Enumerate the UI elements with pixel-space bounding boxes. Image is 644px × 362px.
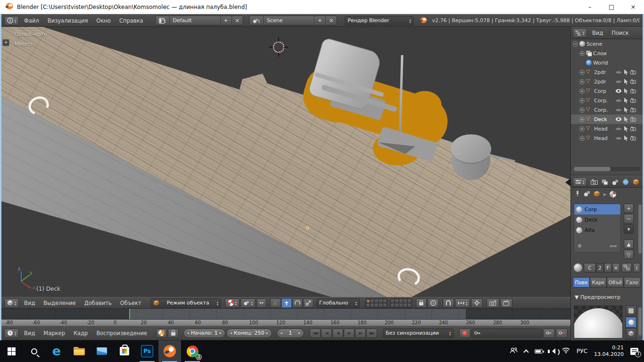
move-slot-up-button[interactable]: ▲ [624, 239, 634, 249]
renderability-camera-icon[interactable] [630, 89, 636, 93]
editor-type-button-outliner[interactable]: ▴▾ [573, 28, 587, 38]
taskbar-search-icon[interactable] [23, 340, 45, 362]
material-slot-deck[interactable]: Deck [574, 214, 620, 225]
tray-expand-chevron[interactable] [523, 349, 528, 354]
material-type-объё[interactable]: Объё [607, 277, 624, 288]
language-indicator[interactable]: РУС [577, 348, 587, 354]
object-origin-dot[interactable] [306, 226, 309, 230]
pivot-center-toggle[interactable]: ↔ [256, 298, 266, 308]
expand-icon[interactable]: + [579, 107, 585, 113]
taskbar-mail-icon[interactable] [91, 340, 113, 362]
menu-выделение[interactable]: Выделение [39, 297, 80, 308]
tab-object[interactable] [631, 177, 641, 187]
preview-panel-header[interactable]: ▼ Предпросмотр [575, 294, 620, 300]
scene-icon[interactable]: ▴▾ [249, 16, 263, 25]
tab-world[interactable] [621, 177, 631, 187]
layer-cell[interactable] [403, 303, 407, 307]
properties-region-expand-arrow[interactable] [561, 179, 570, 186]
layer-cell[interactable] [407, 303, 412, 307]
snap-target-button[interactable] [471, 298, 483, 308]
layers-widget-1[interactable] [365, 298, 388, 308]
rotate-manipulator-button[interactable] [292, 298, 303, 308]
slot-grip[interactable]: ══ [610, 243, 617, 249]
layer-cell[interactable] [370, 299, 374, 303]
battery-icon[interactable] [535, 349, 543, 354]
layer-cell[interactable] [374, 303, 379, 307]
layer-cell[interactable] [370, 303, 374, 307]
menu-кадр[interactable]: Кадр [69, 326, 92, 340]
volume-icon[interactable] [549, 348, 555, 354]
node-editor-toggle[interactable] [621, 263, 632, 272]
layout-name[interactable]: Default [169, 16, 220, 25]
transform-orientation-dropdown[interactable]: Глобально▴▾ [316, 298, 360, 308]
menu-поиск[interactable]: Поиск [607, 27, 633, 39]
turret-top[interactable] [451, 134, 491, 164]
menu-маркер[interactable]: Маркер [39, 326, 69, 340]
layer-cell[interactable] [383, 303, 387, 307]
visibility-eye-icon[interactable] [616, 128, 621, 130]
datablock-stepper[interactable]: ▴▾ [633, 263, 640, 272]
menu-добавить[interactable]: Добавить [80, 297, 116, 308]
add-layout-button[interactable]: + [220, 16, 231, 25]
menu-вид[interactable]: Вид [588, 27, 607, 39]
visibility-eye-icon[interactable] [616, 89, 621, 93]
material-users-count[interactable]: 2 [596, 263, 604, 272]
clock[interactable]: 0:21 13.04.2020 [594, 345, 624, 358]
tab-render[interactable] [589, 177, 599, 187]
visibility-eye-icon[interactable] [616, 71, 621, 74]
taskbar-edge-icon[interactable]: e [45, 340, 68, 362]
expand-icon[interactable]: + [579, 70, 585, 75]
editor-type-button-timeline[interactable]: ▴▾ [4, 329, 19, 338]
outliner-item-2pdr[interactable]: +2pdr [571, 67, 643, 77]
remove-material-slot-button[interactable]: − [624, 214, 634, 223]
layer-cell[interactable] [374, 299, 379, 303]
3d-cursor[interactable] [269, 38, 288, 57]
renderability-camera-icon[interactable] [630, 117, 636, 122]
unlink-material-button[interactable]: × [612, 263, 620, 272]
taskbar-blender-icon[interactable] [158, 340, 181, 362]
expand-icon[interactable]: + [579, 98, 585, 103]
jump-to-end-button[interactable]: ▶▶| [366, 329, 377, 338]
outliner-item-corp[interactable]: +Corp. [571, 96, 643, 105]
visibility-eye-icon[interactable] [616, 137, 621, 140]
outliner-item-corp[interactable]: +Corp [571, 86, 643, 96]
layer-cell[interactable] [390, 303, 395, 307]
outliner-item-scene[interactable]: −Scene [571, 39, 643, 49]
preview-sphere-button[interactable] [626, 317, 636, 328]
play-reverse-button[interactable]: ◀ [332, 329, 343, 338]
expand-icon[interactable]: + [579, 136, 585, 141]
expand-icon[interactable]: + [579, 51, 585, 56]
material-slot-corp[interactable]: Corp [574, 204, 620, 214]
editor-type-button-3dview[interactable]: ▴▾ [4, 298, 19, 308]
close-button[interactable]: × [622, 0, 644, 14]
viewport-shading-dropdown[interactable]: ▴▾ [225, 298, 239, 308]
outliner-item-deck[interactable]: +Deck [571, 115, 643, 124]
material-type-карк[interactable]: Карк [590, 277, 607, 288]
selectability-cursor-icon[interactable] [624, 107, 628, 113]
selectability-cursor-icon[interactable] [624, 88, 628, 94]
layer-cell[interactable] [379, 299, 383, 303]
layer-cell[interactable] [383, 299, 387, 303]
play-button[interactable]: ▶ [344, 329, 355, 338]
visibility-eye-icon[interactable] [616, 81, 621, 83]
layout-icon[interactable]: ▴▾ [156, 16, 169, 25]
menu-справка[interactable]: Справка [115, 15, 148, 26]
properties-scrollbar[interactable] [638, 205, 642, 254]
renderability-camera-icon[interactable] [630, 79, 636, 84]
outliner-item-[interactable]: +Слои [571, 49, 643, 58]
snap-element-dropdown[interactable]: ▴▾ [455, 298, 470, 308]
renderability-camera-icon[interactable] [630, 126, 636, 131]
jump-prev-keyframe-button[interactable]: |◀ [321, 329, 332, 338]
outliner-item-head[interactable]: +Head [571, 124, 643, 133]
preview-range-toggle[interactable] [156, 329, 167, 338]
lock-frame-button[interactable] [168, 329, 179, 338]
outliner-item-2pdr[interactable]: +2pdr [571, 77, 643, 86]
add-scene-button[interactable]: + [314, 16, 325, 25]
editor-type-button-info[interactable]: ▴▾ [4, 16, 19, 25]
menu-файл[interactable]: Файл [20, 15, 43, 26]
material-datablock-icon[interactable] [610, 191, 616, 197]
selectability-cursor-icon[interactable] [624, 135, 628, 141]
outliner-item-world[interactable]: World [571, 58, 643, 67]
selectability-cursor-icon[interactable] [624, 126, 628, 132]
taskbar-chrome-icon[interactable]: Д [181, 340, 204, 362]
